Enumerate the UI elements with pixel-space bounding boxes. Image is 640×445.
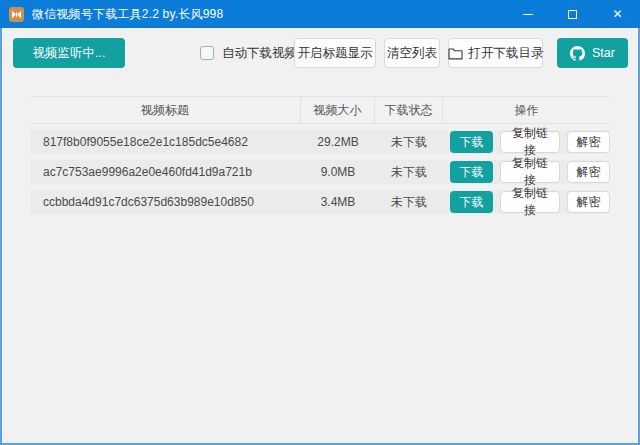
header-operations: 操作 — [443, 97, 610, 123]
auto-download-group: 自动下载视频 — [200, 38, 297, 68]
minimize-icon — [523, 14, 533, 15]
header-video-title: 视频标题 — [30, 97, 301, 123]
table-row: ccbbda4d91c7dc6375d63b989e10d850 3.4MB 未… — [30, 190, 610, 214]
row-operations: 下载 复制链接 解密 — [443, 191, 610, 213]
toggle-title-display-button[interactable]: 开启标题显示 — [294, 38, 376, 68]
content-area: 视频监听中... 自动下载视频 开启标题显示 清空列表 打开下载目录 Star … — [2, 28, 638, 443]
table-header-row: 视频标题 视频大小 下载状态 操作 — [30, 96, 610, 124]
header-download-status: 下载状态 — [375, 97, 443, 123]
download-button[interactable]: 下载 — [450, 131, 493, 153]
download-status: 未下载 — [375, 134, 443, 151]
minimize-button[interactable] — [505, 0, 550, 28]
video-size: 9.0MB — [301, 165, 375, 179]
folder-icon — [448, 47, 463, 60]
video-listening-button[interactable]: 视频监听中... — [13, 38, 125, 68]
decrypt-button[interactable]: 解密 — [567, 191, 610, 213]
row-operations: 下载 复制链接 解密 — [443, 161, 610, 183]
title-bar: 微信视频号下载工具2.2 by.长风998 ✕ — [0, 0, 640, 28]
window-title: 微信视频号下载工具2.2 by.长风998 — [32, 6, 223, 23]
download-status: 未下载 — [375, 194, 443, 211]
header-video-size: 视频大小 — [301, 97, 375, 123]
decrypt-button[interactable]: 解密 — [567, 131, 610, 153]
video-title: ac7c753ae9996a2e0e460fd41d9a721b — [30, 165, 301, 179]
auto-download-checkbox[interactable] — [200, 46, 214, 60]
close-button[interactable]: ✕ — [595, 0, 640, 28]
video-title: 817f8b0f9055e18ce2e1c185dc5e4682 — [30, 135, 301, 149]
row-operations: 下载 复制链接 解密 — [443, 131, 610, 153]
auto-download-label: 自动下载视频 — [222, 45, 297, 62]
open-download-dir-label: 打开下载目录 — [469, 45, 544, 62]
app-window: 微信视频号下载工具2.2 by.长风998 ✕ 视频监听中... 自动下载视频 … — [0, 0, 640, 445]
video-size: 29.2MB — [301, 135, 375, 149]
video-title: ccbbda4d91c7dc6375d63b989e10d850 — [30, 195, 301, 209]
butterfly-icon — [11, 9, 22, 20]
table-row: 817f8b0f9055e18ce2e1c185dc5e4682 29.2MB … — [30, 130, 610, 154]
video-size: 3.4MB — [301, 195, 375, 209]
copy-link-button[interactable]: 复制链接 — [500, 191, 560, 213]
video-table: 视频标题 视频大小 下载状态 操作 817f8b0f9055e18ce2e1c1… — [30, 96, 610, 214]
table-row: ac7c753ae9996a2e0e460fd41d9a721b 9.0MB 未… — [30, 160, 610, 184]
github-icon — [570, 46, 585, 61]
clear-list-button[interactable]: 清空列表 — [384, 38, 440, 68]
github-star-button[interactable]: Star — [557, 38, 628, 68]
download-status: 未下载 — [375, 164, 443, 181]
download-button[interactable]: 下载 — [450, 191, 493, 213]
close-icon: ✕ — [612, 8, 622, 20]
copy-link-button[interactable]: 复制链接 — [500, 161, 560, 183]
copy-link-button[interactable]: 复制链接 — [500, 131, 560, 153]
maximize-icon — [568, 10, 577, 19]
maximize-button[interactable] — [550, 0, 595, 28]
download-button[interactable]: 下载 — [450, 161, 493, 183]
open-download-dir-button[interactable]: 打开下载目录 — [448, 38, 543, 68]
window-controls: ✕ — [505, 0, 640, 28]
github-star-label: Star — [592, 46, 615, 60]
decrypt-button[interactable]: 解密 — [567, 161, 610, 183]
app-icon — [9, 7, 24, 22]
